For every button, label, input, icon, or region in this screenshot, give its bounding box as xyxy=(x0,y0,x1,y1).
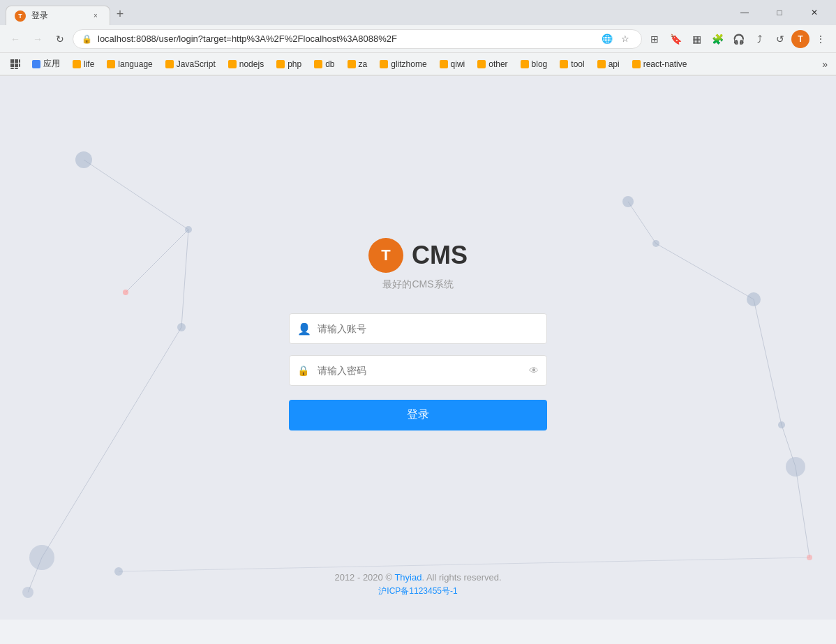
bookmark-item-blog[interactable]: blog xyxy=(515,57,553,71)
bookmark-item-nodejs[interactable]: nodejs xyxy=(223,57,269,71)
nav-right-icons: ⊞ 🔖 ▦ 🧩 🎧 ⤴ ↺ T ⋮ xyxy=(645,29,830,49)
bookmark-item-other[interactable]: other xyxy=(472,57,513,71)
lock-icon-input: 🔒 xyxy=(297,365,309,376)
update-icon[interactable]: ↺ xyxy=(770,29,790,49)
svg-rect-4 xyxy=(15,63,18,67)
nav-bar: ← → ↻ 🔒 localhost:8088/user/login?target… xyxy=(0,25,836,53)
bookmark-folder-icon xyxy=(440,60,448,68)
bookmark-item-glitzhome[interactable]: glitzhome xyxy=(374,57,432,71)
tab-bar: T 登录 × + xyxy=(6,0,726,25)
translate-icon[interactable]: 🌐 xyxy=(599,31,615,47)
svg-point-29 xyxy=(786,457,805,477)
bookmark-label: php xyxy=(288,59,301,69)
bookmark-folder-icon xyxy=(348,60,356,68)
minimize-button[interactable]: — xyxy=(729,0,761,25)
tab-title: 登录 xyxy=(31,10,48,22)
bookmark-icon-nav[interactable]: 🔖 xyxy=(666,29,685,49)
logo-icon: T xyxy=(368,238,403,273)
active-tab[interactable]: T 登录 × xyxy=(6,6,110,25)
bookmark-folder-icon xyxy=(73,60,81,68)
bookmark-item-language[interactable]: language xyxy=(101,57,158,71)
headphone-icon[interactable]: 🎧 xyxy=(729,29,748,49)
svg-line-9 xyxy=(126,230,188,292)
bookmark-item-db[interactable]: db xyxy=(308,57,340,71)
svg-line-13 xyxy=(628,202,656,244)
eye-icon[interactable]: 👁 xyxy=(529,365,539,376)
password-input[interactable] xyxy=(289,355,547,386)
lock-icon: 🔒 xyxy=(82,34,92,44)
bookmark-item-api[interactable]: api xyxy=(592,57,625,71)
svg-line-8 xyxy=(84,160,188,230)
bookmark-label: life xyxy=(84,59,94,69)
bookmark-folder-icon xyxy=(560,60,568,68)
logo-text: CMS xyxy=(412,241,468,270)
password-group: 🔒 👁 xyxy=(289,355,547,386)
qr-icon[interactable]: ▦ xyxy=(687,29,706,49)
bookmark-item-php[interactable]: php xyxy=(271,57,307,71)
svg-point-20 xyxy=(185,226,192,233)
username-input[interactable] xyxy=(289,313,547,344)
puzzle-icon[interactable]: 🧩 xyxy=(708,29,727,49)
bookmark-item-za[interactable]: za xyxy=(342,57,373,71)
star-icon[interactable]: ☆ xyxy=(618,31,633,47)
svg-rect-6 xyxy=(10,68,14,69)
svg-rect-7 xyxy=(15,68,18,69)
bookmark-label: glitzhome xyxy=(391,59,426,69)
browser-chrome: T 登录 × + — □ ✕ ← → ↻ 🔒 localhost:8088/us… xyxy=(0,0,836,76)
bookmark-item-应用[interactable]: 应用 xyxy=(27,56,66,72)
bookmark-label: tool xyxy=(571,59,584,69)
login-button[interactable]: 登录 xyxy=(289,400,547,430)
bookmark-folder-icon xyxy=(521,60,529,68)
footer-rights-text: . All rights reserved. xyxy=(421,572,501,583)
apps-grid-icon xyxy=(10,59,21,70)
bookmarks-bar: 应用lifelanguageJavaScriptnodejsphpdbzagli… xyxy=(0,53,836,75)
maximize-button[interactable]: □ xyxy=(763,0,796,25)
bookmark-folder-icon xyxy=(380,60,388,68)
bookmarks-container: 应用lifelanguageJavaScriptnodejsphpdbzagli… xyxy=(27,56,692,72)
apps-grid-button[interactable] xyxy=(6,54,25,74)
page-footer: 2012 - 2020 © Thyiad. All rights reserve… xyxy=(0,572,836,597)
tab-close-button[interactable]: × xyxy=(90,10,101,22)
close-button[interactable]: ✕ xyxy=(798,0,830,25)
svg-point-21 xyxy=(123,290,128,295)
svg-point-28 xyxy=(778,421,785,428)
footer-brand-link[interactable]: Thyiad xyxy=(394,572,421,583)
bookmark-label: language xyxy=(118,59,152,69)
bookmark-item-life[interactable]: life xyxy=(67,57,100,71)
share-icon[interactable]: ⤴ xyxy=(749,29,769,49)
svg-point-22 xyxy=(177,323,186,331)
bookmark-label: api xyxy=(609,59,620,69)
bookmark-label: nodejs xyxy=(239,59,264,69)
bookmark-item-tool[interactable]: tool xyxy=(554,57,590,71)
footer-copyright-text: 2012 - 2020 © xyxy=(334,572,394,583)
tab-favicon: T xyxy=(15,10,26,22)
more-bookmarks-button[interactable]: » xyxy=(819,56,830,73)
svg-line-17 xyxy=(796,467,809,557)
svg-rect-1 xyxy=(15,59,18,63)
bookmark-folder-icon xyxy=(597,60,606,68)
svg-point-26 xyxy=(652,240,659,247)
svg-line-16 xyxy=(782,425,796,467)
extensions-icon[interactable]: ⊞ xyxy=(645,29,664,49)
bookmark-label: react-native xyxy=(643,59,687,69)
title-bar: T 登录 × + — □ ✕ xyxy=(0,0,836,25)
bookmark-folder-icon xyxy=(228,60,237,68)
bookmark-item-qiwi[interactable]: qiwi xyxy=(434,57,471,71)
back-button[interactable]: ← xyxy=(6,29,25,49)
forward-button[interactable]: → xyxy=(28,29,47,49)
footer-copyright: 2012 - 2020 © Thyiad. All rights reserve… xyxy=(0,572,836,583)
bookmark-label: JavaScript xyxy=(177,59,216,69)
new-tab-button[interactable]: + xyxy=(110,4,130,24)
bookmark-folder-icon xyxy=(107,60,115,68)
refresh-button[interactable]: ↻ xyxy=(50,29,70,49)
footer-icp-link[interactable]: 沪ICP备1123455号-1 xyxy=(0,585,836,597)
bookmark-label: other xyxy=(488,59,507,69)
bookmark-item-react-native[interactable]: react-native xyxy=(627,57,693,71)
address-bar[interactable]: 🔒 localhost:8088/user/login?target=http%… xyxy=(73,29,642,49)
svg-line-15 xyxy=(754,299,782,425)
bookmark-item-JavaScript[interactable]: JavaScript xyxy=(160,57,221,71)
svg-rect-5 xyxy=(19,63,20,67)
menu-icon[interactable]: ⋮ xyxy=(811,29,830,49)
profile-button[interactable]: T xyxy=(791,30,809,48)
bookmark-folder-icon xyxy=(276,60,285,68)
